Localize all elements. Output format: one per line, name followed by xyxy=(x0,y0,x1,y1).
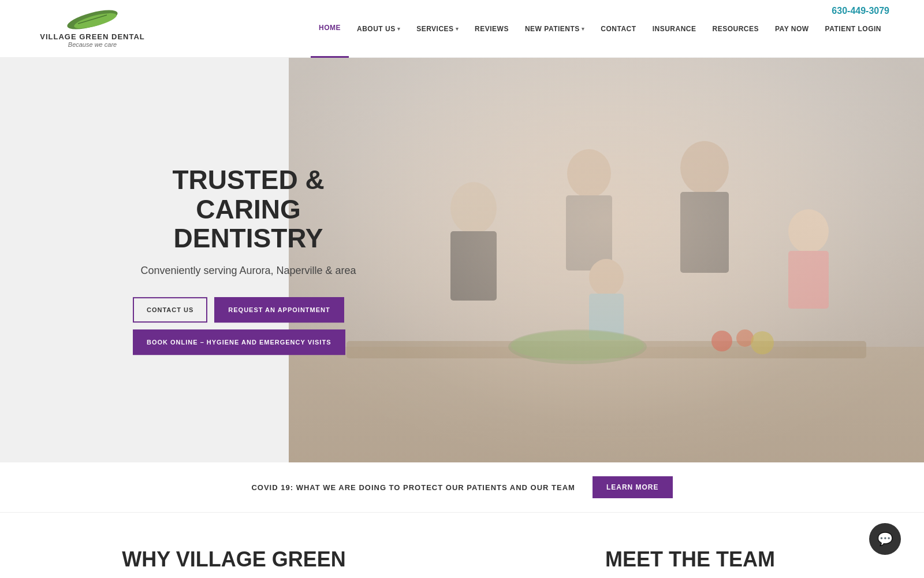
svg-rect-4 xyxy=(289,347,924,462)
hero-title: TRUSTED & CARING DENTISTRY xyxy=(133,165,364,253)
covid-banner: COVID 19: WHAT WE ARE DOING TO PROTECT O… xyxy=(0,462,924,513)
hero-section: TRUSTED & CARING DENTISTRY Conveniently … xyxy=(0,58,924,462)
svg-rect-15 xyxy=(589,294,624,340)
logo-tagline: Because we care xyxy=(68,41,117,48)
bottom-sections: WHY VILLAGE GREEN MEET THE TEAM xyxy=(0,513,924,578)
nav-item-pay-now[interactable]: PAY NOW xyxy=(767,0,817,58)
svg-rect-9 xyxy=(566,195,612,271)
nav-item-patient-login[interactable]: PATIENT LOGIN xyxy=(817,0,889,58)
request-appointment-button[interactable]: REQUEST AN APPOINTMENT xyxy=(214,297,344,323)
svg-point-8 xyxy=(567,149,611,198)
svg-rect-5 xyxy=(346,341,866,358)
nav-item-resources[interactable]: RESOURCES xyxy=(704,0,767,58)
nav-item-services[interactable]: SERVICES ▾ xyxy=(408,0,467,58)
why-village-green-section: WHY VILLAGE GREEN xyxy=(35,547,433,572)
covid-text: COVID 19: WHAT WE ARE DOING TO PROTECT O… xyxy=(251,483,575,492)
svg-point-12 xyxy=(788,209,829,253)
svg-rect-7 xyxy=(450,231,497,301)
nav-item-insurance[interactable]: INSURANCE xyxy=(644,0,705,58)
logo-leaf-icon xyxy=(58,9,127,32)
hero-family-illustration xyxy=(289,58,924,462)
svg-point-14 xyxy=(589,259,624,296)
meet-the-team-section: MEET THE TEAM xyxy=(491,547,889,572)
hero-buttons-row1: CONTACT US REQUEST AN APPOINTMENT xyxy=(133,297,364,323)
hero-content: TRUSTED & CARING DENTISTRY Conveniently … xyxy=(133,165,364,355)
svg-point-16 xyxy=(508,329,647,364)
hero-buttons: CONTACT US REQUEST AN APPOINTMENT BOOK O… xyxy=(133,297,364,355)
svg-point-17 xyxy=(511,331,644,361)
contact-us-button[interactable]: CONTACT US xyxy=(133,297,207,323)
logo-brand: VILLAGE GREEN DENTAL xyxy=(40,32,145,41)
site-header: VILLAGE GREEN DENTAL Because we care 630… xyxy=(0,0,924,58)
chat-icon: 💬 xyxy=(877,532,893,547)
svg-rect-11 xyxy=(680,192,729,273)
svg-point-20 xyxy=(751,331,774,354)
nav-item-reviews[interactable]: REVIEWS xyxy=(467,0,517,58)
svg-point-6 xyxy=(450,182,497,234)
svg-point-18 xyxy=(711,331,732,351)
chevron-down-icon: ▾ xyxy=(582,26,585,32)
learn-more-button[interactable]: LEARN MORE xyxy=(593,476,673,498)
svg-rect-13 xyxy=(788,251,829,309)
svg-rect-3 xyxy=(289,58,924,462)
why-title: WHY VILLAGE GREEN xyxy=(35,547,433,572)
hero-image xyxy=(289,58,924,462)
hero-subtitle: Conveniently serving Aurora, Naperville … xyxy=(133,265,364,277)
logo[interactable]: VILLAGE GREEN DENTAL Because we care xyxy=(35,9,150,48)
chevron-down-icon: ▾ xyxy=(397,26,401,32)
main-nav: HOME ABOUT US ▾ SERVICES ▾ REVIEWS NEW P… xyxy=(311,0,889,58)
team-title: MEET THE TEAM xyxy=(491,547,889,572)
nav-item-new-patients[interactable]: NEW PATIENTS ▾ xyxy=(517,0,593,58)
nav-item-contact[interactable]: CONTACT xyxy=(593,0,644,58)
nav-item-home[interactable]: HOME xyxy=(311,0,349,58)
book-online-button[interactable]: BOOK ONLINE – HYGIENE AND EMERGENCY VISI… xyxy=(133,329,345,355)
nav-item-about[interactable]: ABOUT US ▾ xyxy=(349,0,408,58)
svg-point-19 xyxy=(736,329,754,347)
svg-point-10 xyxy=(680,141,729,194)
chevron-down-icon: ▾ xyxy=(456,26,459,32)
chat-button[interactable]: 💬 xyxy=(869,523,901,555)
